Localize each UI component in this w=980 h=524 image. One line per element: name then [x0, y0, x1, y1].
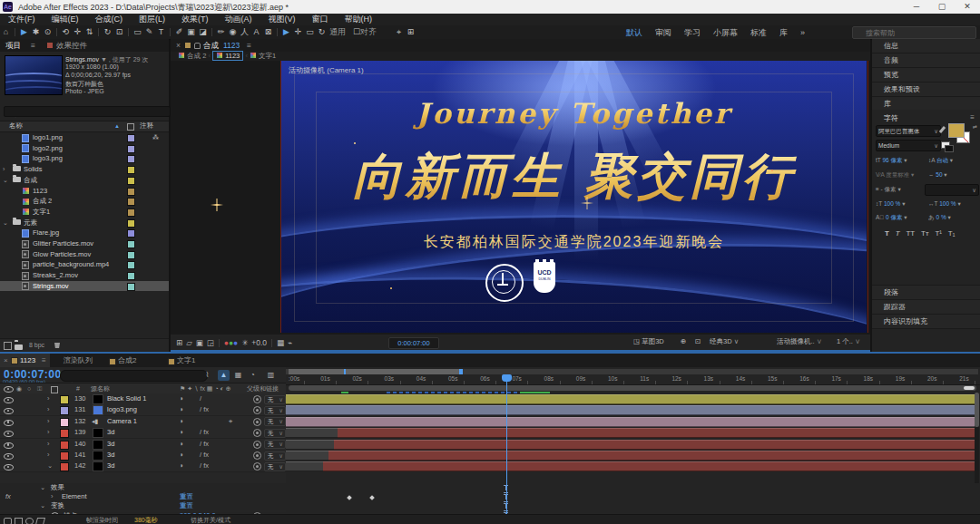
parent-pick-whip-icon[interactable]	[253, 395, 261, 403]
section-preview[interactable]: 预览	[872, 68, 980, 82]
switches[interactable]: / fx	[200, 427, 209, 438]
font-style-dropdown[interactable]: Medium∨	[876, 140, 941, 151]
project-item-Strings.mov[interactable]: Strings.mov	[0, 281, 169, 291]
project-item-Flare.jpg[interactable]: Flare.jpg	[0, 228, 169, 238]
always-preview-icon[interactable]: ⊞	[176, 338, 182, 347]
gizmo-mode-dropdown[interactable]: 通用	[329, 25, 346, 38]
timeline-tab-active[interactable]: × 1123 ≡	[0, 354, 50, 367]
tab-effect-controls[interactable]: 效果控件	[56, 39, 87, 52]
gizmo-rotation-icon[interactable]: ↻	[316, 25, 328, 38]
project-item-particle_background.mp4[interactable]: particle_background.mp4	[0, 259, 169, 269]
viewer-tab-comp-name[interactable]: 1123	[223, 39, 240, 52]
expander-icon[interactable]: ⌄	[47, 461, 53, 471]
eraser-tool-icon[interactable]: ◪	[197, 25, 209, 38]
layer-name[interactable]: 3d	[107, 427, 114, 438]
fill-color-swatch[interactable]	[948, 123, 965, 138]
timeline-search-input[interactable]	[60, 370, 208, 382]
expander-icon[interactable]: ›	[47, 404, 50, 415]
composition-mini-flowchart-icon[interactable]: ⌇	[201, 370, 213, 381]
project-bpc-label[interactable]: 8 bpc	[29, 339, 44, 351]
faux-bold-button[interactable]: T	[885, 229, 889, 238]
workspace-learn[interactable]: 学习	[684, 26, 701, 39]
exposure-value[interactable]: +0.0	[251, 338, 267, 347]
playhead-line[interactable]	[506, 374, 507, 515]
label-swatch[interactable]	[127, 261, 135, 269]
switches[interactable]: /	[200, 393, 201, 404]
effect-element-row[interactable]: fx › Element 重置	[0, 492, 286, 501]
baseline-shift-control[interactable]: A⃮ 0 像素 ▾	[876, 214, 907, 222]
switches[interactable]: / fx	[200, 439, 209, 450]
local-axis-icon[interactable]: 人	[239, 25, 250, 38]
layer-row-3d[interactable]: ›1403d◗/ fx无∨	[0, 439, 286, 451]
roto-brush-icon[interactable]: ✏	[215, 25, 227, 38]
eye-icon[interactable]	[4, 442, 14, 449]
quality-icon[interactable]: ◗	[180, 416, 184, 427]
eye-icon[interactable]	[4, 408, 14, 414]
parent-dropdown[interactable]: 无∨	[264, 451, 286, 461]
snap-label[interactable]: 对齐	[360, 25, 377, 38]
proportional-spacing-control[interactable]: あ 0 % ▾	[928, 214, 951, 222]
reset-link[interactable]: 重置	[180, 492, 193, 501]
menu-help[interactable]: 帮助(H)	[337, 14, 381, 25]
stroke-width-control[interactable]: ≡ - 像素 ▾	[876, 186, 901, 194]
transform-group-row[interactable]: ⌄变换 重置	[0, 501, 286, 510]
transparency-grid-icon[interactable]: ▱	[186, 338, 192, 347]
workspace-review[interactable]: 审阅	[655, 26, 671, 39]
subscript-button[interactable]: T₁	[948, 229, 956, 238]
scrollbar-thumb[interactable]	[975, 393, 979, 427]
quality-icon[interactable]: ◗	[180, 439, 184, 450]
tab-comp2[interactable]: 合成2	[118, 354, 136, 367]
column-name[interactable]: 名称	[9, 121, 23, 130]
workspace-standard[interactable]: 标准	[750, 26, 767, 39]
layer-label-swatch[interactable]	[60, 441, 69, 450]
video-column-icon[interactable]	[4, 386, 14, 393]
project-item-1123[interactable]: 1123	[0, 186, 169, 196]
live-update-icon[interactable]	[35, 518, 45, 524]
layer-row-Camera 1[interactable]: ›132◂▮Camera 1◗⌖无∨	[0, 416, 286, 428]
project-item-Glitter Particles.mov[interactable]: Glitter Particles.mov	[0, 238, 169, 248]
expander-icon[interactable]: ›	[47, 416, 50, 427]
default-stroke-icon[interactable]	[945, 145, 954, 152]
project-item-元素[interactable]: ⌄元素	[0, 218, 169, 228]
home-icon[interactable]: ⌂	[0, 25, 12, 38]
hand-tool-icon[interactable]: ✱	[30, 25, 42, 38]
nav-comp2[interactable]: 合成 2	[187, 52, 206, 60]
project-item-合成 2[interactable]: 合成 2	[0, 196, 169, 206]
expander-icon[interactable]: ⌄	[3, 175, 8, 185]
solo-column-icon[interactable]: ○	[27, 383, 31, 393]
close-button[interactable]: ✕	[955, 0, 980, 14]
label-swatch[interactable]	[127, 145, 135, 153]
faux-italic-button[interactable]: T	[896, 229, 900, 238]
character-title[interactable]: 字符	[884, 113, 898, 123]
rotation-tool-icon[interactable]: ↻	[102, 25, 113, 38]
mask-visibility-icon[interactable]: ▣	[196, 338, 203, 347]
parent-dropdown[interactable]: 无∨	[264, 462, 286, 471]
layer-duration-bar[interactable]	[338, 428, 975, 438]
frame-blending-icon[interactable]: ▦	[232, 370, 244, 381]
eye-icon[interactable]	[4, 464, 14, 471]
expander-icon[interactable]: ›	[47, 393, 50, 404]
motion-blur-icon[interactable]: ◔	[247, 370, 259, 381]
parent-link-column[interactable]: 父级和链接	[247, 383, 279, 393]
toggle-switches-modes-button[interactable]: 切换开关/模式	[191, 515, 230, 524]
layer-duration-bar[interactable]	[286, 394, 975, 404]
playhead-handle[interactable]	[502, 374, 512, 382]
tab-project[interactable]: 项目	[5, 39, 21, 52]
pen-tool-icon[interactable]: ✎	[143, 25, 155, 38]
layer-label-swatch[interactable]	[60, 462, 69, 471]
renderer-dropdown[interactable]: 经典3D ∨	[710, 337, 739, 346]
minimize-button[interactable]: ─	[904, 0, 929, 14]
timeline-navigator-bar[interactable]	[289, 385, 976, 391]
swap-colors-icon[interactable]: ⇄	[973, 123, 977, 130]
quality-icon[interactable]: ◗	[180, 461, 184, 471]
switches[interactable]: / fx	[200, 450, 209, 461]
expander-icon[interactable]: ›	[3, 164, 5, 174]
draft-toggle-icon[interactable]	[25, 518, 34, 524]
label-swatch[interactable]	[127, 283, 135, 291]
layer-duration-bar[interactable]	[323, 461, 975, 471]
parent-pick-whip-icon[interactable]	[253, 451, 261, 460]
lock-icon[interactable]	[194, 43, 201, 49]
label-swatch[interactable]	[127, 188, 135, 196]
layer-duration-bar[interactable]	[334, 440, 975, 450]
font-family-dropdown[interactable]: 阿里巴巴普惠体∨	[876, 125, 941, 137]
